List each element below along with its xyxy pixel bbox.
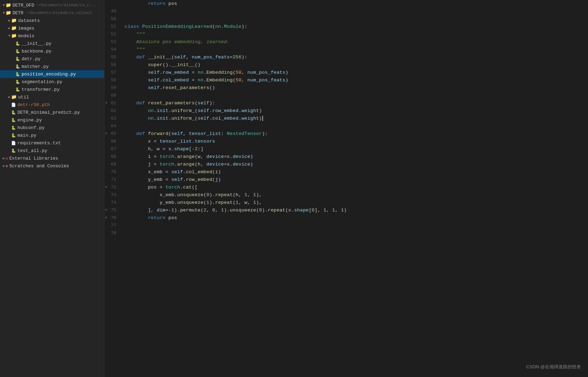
line-number-59: 59 (104, 84, 122, 92)
sidebar-label-engine: engine.py (17, 118, 42, 123)
sidebar-item-test-all[interactable]: 🐍 test_all.py (0, 147, 104, 154)
line-number-71: 71 (104, 176, 122, 184)
sidebar-item-scratches[interactable]: ▶ ⚙ Scratches and Consoles (0, 162, 104, 170)
line-number-77: 77 (104, 222, 122, 230)
sidebar-label-segmentation: segmentation.py (22, 79, 62, 85)
code-text-58: self.col_embed = nn.Embedding(50, num_po… (122, 77, 588, 84)
expand-arrow-util: ▶ (8, 95, 10, 99)
code-line-top: return pos (104, 0, 588, 8)
pth-icon: 📄 (11, 103, 16, 107)
code-line-61: ▼ 61 def reset_parameters(self): (104, 99, 588, 107)
line-number-72: ▼ 72 (104, 184, 122, 191)
sidebar-label-requirements: requirements.txt (17, 141, 61, 146)
folder-icon: 📁 (6, 2, 11, 8)
py-icon: 🐍 (15, 41, 20, 46)
sidebar-item-datasets[interactable]: ▶ 📁 datasets (0, 17, 104, 24)
code-line-78: 78 (104, 230, 588, 237)
sidebar-label-detr-ofd: DETR_OFD (13, 3, 34, 8)
sidebar-item-engine[interactable]: 🐍 engine.py (0, 116, 104, 124)
sidebar-item-requirements[interactable]: 📄 requirements.txt (0, 139, 104, 147)
sidebar-item-detr-minimal[interactable]: 🐍 DETR_minimal_predict.py (0, 109, 104, 116)
sidebar-label-scratches: Scratches and Consoles (9, 163, 69, 169)
line-number-78: 78 (104, 230, 122, 237)
code-text-65: def forward(self, tensor_list: NestedTen… (122, 130, 588, 138)
watermark-text: CSDN @在地球迷路的怪兽 (526, 364, 581, 369)
sidebar-label-models: models (18, 33, 34, 39)
line-number-75: ▼ 75 (104, 207, 122, 214)
sidebar-label-detr-pth: detr-r50.pth (17, 102, 50, 107)
sidebar-item-detr-pth[interactable]: 📄 detr-r50.pth (0, 101, 104, 109)
sidebar-label-test-all: test_all.py (17, 148, 47, 153)
code-line-55: 55 def __init__(self, num_pos_feats=256)… (104, 54, 588, 61)
folder-icon: 📁 (6, 10, 11, 16)
sidebar-item-position-encoding[interactable]: 🐍 position_encoding.py (0, 70, 104, 78)
code-line-59: 59 self.reset_parameters() (104, 84, 588, 92)
py-icon: 🐍 (11, 133, 16, 138)
expand-arrow-datasets: ▶ (8, 18, 10, 23)
line-number-63: 63 (104, 115, 122, 122)
sidebar-item-backbone[interactable]: 🐍 backbone.py (0, 47, 104, 55)
sidebar-label-main: main.py (17, 133, 37, 138)
code-text-68: i = torch.arange(w, device=x.device) (122, 153, 588, 161)
code-line-54: 54 """ (104, 46, 588, 54)
fold-arrow-65[interactable]: ▼ (105, 130, 107, 138)
sidebar-item-detr[interactable]: ▼ 📁 DETR ~/Documents/GitHub/cv_collect (0, 9, 104, 17)
sidebar-item-hubconf[interactable]: 🐍 hubconf.py (0, 124, 104, 131)
py-icon: 🐍 (15, 64, 20, 69)
code-line-68: 68 i = torch.arange(w, device=x.device) (104, 153, 588, 161)
sidebar-label-init: __init__.py (22, 41, 51, 46)
sidebar-label-transformer: transformer.py (22, 87, 59, 92)
expand-arrow-images: ▶ (8, 26, 10, 30)
line-number-50: 50 (104, 15, 122, 23)
py-icon: 🐍 (15, 87, 20, 92)
folder-icon: 📁 (11, 25, 17, 31)
code-line-62: 62 nn.init.uniform_(self.row_embed.weigh… (104, 107, 588, 115)
sidebar-item-transformer[interactable]: 🐍 transformer.py (0, 86, 104, 93)
folder-icon: 📁 (11, 18, 17, 23)
code-text-51: class PositionEmbeddingLearned(nn.Module… (122, 23, 588, 31)
sidebar-item-matcher[interactable]: 🐍 matcher.py (0, 63, 104, 70)
line-number-64: 64 (104, 122, 122, 130)
fold-arrow-76[interactable]: ▼ (105, 214, 107, 222)
code-text-72: pos = torch.cat([ (122, 184, 588, 191)
line-number-51: 51 (104, 23, 122, 31)
sidebar-item-main[interactable]: 🐍 main.py (0, 131, 104, 139)
code-text-73: x_emb.unsqueeze(0).repeat(h, 1, 1), (122, 191, 588, 199)
sidebar-item-util[interactable]: ▶ 📁 util (0, 93, 104, 101)
sidebar-item-detr-ofd[interactable]: ▼ 📁 DETR_OFD ~/Documents/GitHub/cv_c... (0, 1, 104, 9)
code-text-53: Absolute pos embedding, learned. (122, 38, 588, 46)
txt-icon: 📄 (11, 141, 16, 145)
fold-arrow-61[interactable]: ▼ (105, 99, 107, 107)
sidebar-label-hubconf: hubconf.py (17, 125, 45, 130)
fold-arrow-72[interactable]: ▼ (105, 184, 107, 191)
line-number-49: 49 (104, 8, 122, 15)
line-number-67: 67 (104, 145, 122, 153)
code-line-52: 52 """ (104, 31, 588, 38)
sidebar-item-init[interactable]: 🐍 __init__.py (0, 40, 104, 47)
code-line-56: 56 super().__init__() (104, 61, 588, 69)
line-number-68: 68 (104, 153, 122, 161)
code-text-62: nn.init.uniform_(self.row_embed.weight) (122, 107, 588, 115)
line-number-62: 62 (104, 107, 122, 115)
sidebar-label-matcher: matcher.py (22, 64, 49, 69)
sidebar-label-position-encoding: position_encoding.py (22, 72, 76, 77)
sidebar-label-images: images (18, 26, 34, 31)
line-number-69: 69 (104, 161, 122, 168)
sidebar-label-external-libs: External Libraries (9, 156, 58, 161)
code-text-61: def reset_parameters(self): (122, 99, 588, 107)
sidebar-path-detr-ofd: ~/Documents/GitHub/cv_c... (36, 3, 96, 7)
sidebar-label-detr-py: detr.py (22, 56, 41, 62)
sidebar-item-images[interactable]: ▶ 📁 images (0, 24, 104, 32)
fold-arrow-75[interactable]: ▼ (105, 207, 107, 214)
code-text-70: x_emb = self.col_embed(i) (122, 168, 588, 176)
code-line-64: 64 (104, 122, 588, 130)
py-icon: 🐍 (15, 80, 20, 84)
sidebar-item-models[interactable]: ▼ 📁 models (0, 32, 104, 40)
py-icon: 🐍 (15, 72, 20, 77)
sidebar-item-segmentation[interactable]: 🐍 segmentation.py (0, 78, 104, 86)
sidebar-item-external-libs[interactable]: ▶ ⚙ External Libraries (0, 154, 104, 162)
code-editor[interactable]: return pos 49 50 51 class PositionEmbedd… (104, 0, 588, 377)
sidebar-label-datasets: datasets (18, 18, 40, 23)
sidebar-item-detr-py[interactable]: 🐍 detr.py (0, 55, 104, 63)
code-line-58: 58 self.col_embed = nn.Embedding(50, num… (104, 77, 588, 84)
